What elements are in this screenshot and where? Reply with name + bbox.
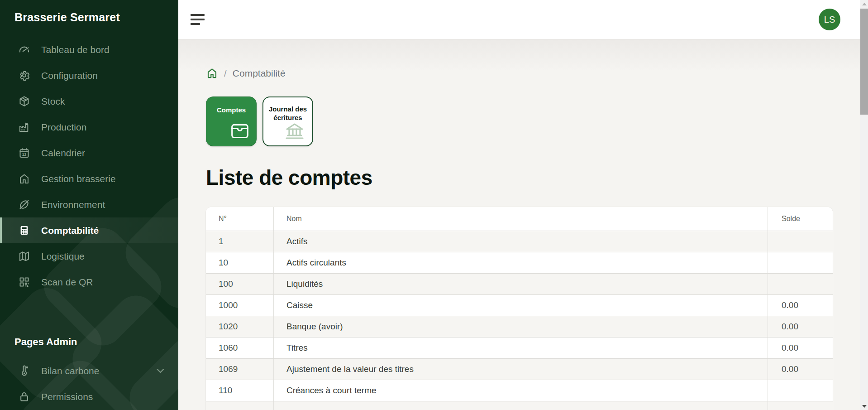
sidebar-item-label: Stock xyxy=(41,96,65,107)
svg-text:12: 12 xyxy=(22,152,27,157)
tab-label: Comptes xyxy=(206,97,256,115)
sidebar-item-label: Configuration xyxy=(41,70,98,81)
page-title: Liste de comptes xyxy=(206,165,860,190)
column-header-no: N° xyxy=(206,207,274,231)
table-row[interactable]: 1 Actifs xyxy=(206,231,833,252)
sidebar-admin-nav: Bilan carbone Permissions xyxy=(0,358,178,410)
column-header-solde: Solde xyxy=(768,207,833,231)
top-header: LS xyxy=(178,0,860,39)
sidebar-item-logistique[interactable]: Logistique xyxy=(0,243,178,269)
sidebar-item-stock[interactable]: Stock xyxy=(0,88,178,114)
scroll-up-arrow-icon[interactable] xyxy=(860,0,868,8)
calculator-icon xyxy=(18,224,30,236)
breadcrumb: / Comptabilité xyxy=(206,67,860,79)
sidebar-item-permissions[interactable]: Permissions xyxy=(0,384,178,410)
scrollbar-thumb[interactable] xyxy=(860,9,868,115)
chevron-down-icon[interactable] xyxy=(154,365,167,377)
table-row[interactable]: 100 Liquidités xyxy=(206,273,833,294)
page-content: / Comptabilité Comptes Journal des écrit… xyxy=(178,39,860,410)
sidebar-item-label: Permissions xyxy=(41,391,93,402)
thermometer-icon xyxy=(18,365,30,377)
avatar[interactable]: LS xyxy=(819,9,840,30)
sidebar-item-bilan-carbone[interactable]: Bilan carbone xyxy=(0,358,178,384)
home-icon xyxy=(18,173,30,185)
column-header-nom: Nom xyxy=(274,207,768,231)
app-root: Brasserie Sermaret Tableau de bord Confi… xyxy=(0,0,868,410)
table-row[interactable]: 1069 Ajustement de la valeur des titres … xyxy=(206,358,833,380)
hamburger-menu-icon[interactable] xyxy=(191,14,205,25)
sidebar-item-gestion-brasserie[interactable]: Gestion brasserie xyxy=(0,166,178,192)
scroll-down-arrow-icon[interactable] xyxy=(860,402,868,410)
sidebar-item-label: Scan de QR xyxy=(41,277,93,288)
wallet-icon xyxy=(230,122,250,140)
sidebar-item-comptabilite[interactable]: Comptabilité xyxy=(0,217,178,243)
breadcrumb-current: Comptabilité xyxy=(233,68,286,79)
sidebar-item-label: Comptabilité xyxy=(41,225,99,236)
gear-icon xyxy=(18,69,30,82)
sidebar-item-label: Production xyxy=(41,122,86,133)
table-row[interactable]: 1000 Caisse 0.00 xyxy=(206,294,833,316)
gauge-icon xyxy=(18,43,30,56)
calendar-icon: 12 xyxy=(18,147,30,159)
sidebar-item-label: Bilan carbone xyxy=(41,366,99,376)
accounts-table: N° Nom Solde 1 Actifs 10 Actifs circulan… xyxy=(206,207,833,410)
tab-comptes[interactable]: Comptes xyxy=(206,96,257,146)
lock-icon xyxy=(18,391,30,403)
sidebar-item-label: Calendrier xyxy=(41,148,85,159)
pages-admin-heading: Pages Admin xyxy=(14,336,77,348)
breadcrumb-separator: / xyxy=(224,68,227,79)
sidebar-item-environnement[interactable]: Environnement xyxy=(0,192,178,217)
sidebar: Brasserie Sermaret Tableau de bord Confi… xyxy=(0,0,178,410)
vertical-scrollbar[interactable] xyxy=(860,0,868,410)
bank-icon xyxy=(283,121,306,141)
sidebar-nav: Tableau de bord Configuration Stock xyxy=(0,37,178,295)
main-area: LS / Comptabilité Comptes xyxy=(178,0,860,410)
app-title: Brasserie Sermaret xyxy=(0,0,178,24)
sidebar-item-label: Environnement xyxy=(41,199,105,210)
table-row[interactable]: 10 Actifs circulants xyxy=(206,252,833,273)
map-icon xyxy=(18,250,30,262)
sidebar-item-label: Tableau de bord xyxy=(41,44,110,55)
sidebar-item-tableau-de-bord[interactable]: Tableau de bord xyxy=(0,37,178,63)
section-tabs: Comptes Journal des écritures xyxy=(206,96,860,146)
table-row-partial[interactable] xyxy=(206,401,833,410)
qr-code-icon xyxy=(18,276,30,288)
sidebar-item-production[interactable]: Production xyxy=(0,114,178,140)
sidebar-item-calendrier[interactable]: 12 Calendrier xyxy=(0,140,178,166)
tab-journal-des-ecritures[interactable]: Journal des écritures xyxy=(262,96,313,146)
table-row[interactable]: 110 Créances à court terme xyxy=(206,380,833,401)
sidebar-item-label: Gestion brasserie xyxy=(41,174,116,184)
sidebar-item-label: Logistique xyxy=(41,251,85,262)
factory-icon xyxy=(18,121,30,133)
sidebar-item-configuration[interactable]: Configuration xyxy=(0,63,178,88)
sidebar-item-scan-de-qr[interactable]: Scan de QR xyxy=(0,269,178,295)
table-row[interactable]: 1020 Banque (avoir) 0.00 xyxy=(206,316,833,337)
home-breadcrumb-icon[interactable] xyxy=(206,67,218,79)
package-icon xyxy=(18,95,30,107)
leaf-icon xyxy=(18,198,30,211)
tab-label: Journal des écritures xyxy=(263,97,312,122)
table-header-row: N° Nom Solde xyxy=(206,207,833,231)
table-row[interactable]: 1060 Titres 0.00 xyxy=(206,337,833,358)
